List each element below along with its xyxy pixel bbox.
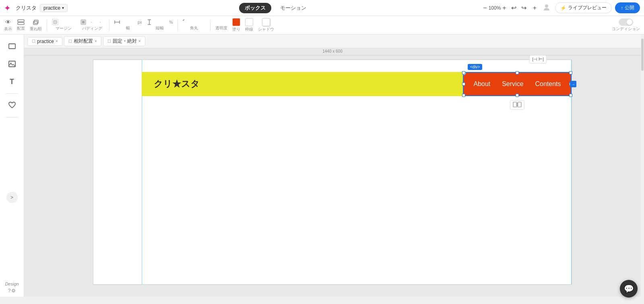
file-name-button[interactable]: practice ▾ (40, 4, 68, 12)
rectangle-tool[interactable] (4, 39, 20, 54)
opacity-control: 1 透明度 (215, 19, 227, 31)
right-scrollbar[interactable] (641, 35, 644, 297)
nav-about[interactable]: About (473, 80, 490, 88)
opacity-input[interactable]: 1 (217, 19, 226, 25)
margin-control: 0 マージン (52, 19, 75, 31)
handle-top-left[interactable] (462, 71, 465, 74)
resize-icon-below[interactable] (510, 100, 524, 110)
handle-top-right[interactable] (569, 71, 572, 74)
border-color-swatch[interactable] (245, 18, 253, 26)
close-icon[interactable]: × (56, 39, 58, 43)
zoom-area: − 100% + (483, 4, 506, 12)
chevron-right-icon: > (10, 195, 13, 200)
shadow-swatch[interactable] (262, 18, 270, 26)
height-input[interactable]: 100 (153, 19, 169, 25)
file-icon: ☐ (32, 39, 35, 43)
arrow-right-handle[interactable]: → (570, 81, 576, 87)
handle-bottom-left[interactable] (462, 94, 465, 97)
user-button[interactable] (541, 3, 552, 13)
help-button[interactable]: ? (8, 288, 11, 294)
svg-rect-1 (18, 20, 24, 22)
tab-box[interactable]: ボックス (239, 3, 271, 13)
publish-button[interactable]: ↑ 公開 (615, 2, 640, 13)
height-unit: % (169, 20, 173, 25)
file-icon-2: ☐ (68, 39, 72, 43)
shadow-control[interactable]: シャドウ (258, 18, 274, 32)
zoom-in-button[interactable]: + (502, 4, 506, 12)
radius-label: 角丸 (190, 25, 198, 31)
stack-icon (33, 19, 39, 25)
condition-control[interactable]: コンディション (612, 18, 640, 32)
layout-tool[interactable]: 配置 (17, 19, 25, 31)
width-input[interactable]: 270 (121, 19, 137, 25)
tab-relative[interactable]: ☐ 相対配置 × (64, 36, 101, 46)
width-unit: px (138, 20, 142, 25)
stack-label: 重ね順 (30, 26, 42, 32)
logo-icon: ✦ (4, 3, 11, 13)
nav-section[interactable]: <div> |⊣ ⊢| (463, 72, 572, 96)
scroll-thumb[interactable] (641, 39, 644, 71)
close-icon-3[interactable]: × (138, 39, 141, 43)
svg-rect-16 (9, 61, 15, 67)
canvas-viewport[interactable]: クリ★スタ <div> |⊣ (93, 60, 572, 285)
settings-button[interactable]: ⚙ (11, 288, 16, 294)
zoom-value: 100% (489, 5, 501, 11)
handle-bottom-middle[interactable] (516, 94, 519, 97)
radius-input[interactable]: 0 (189, 19, 205, 25)
tab-practice-label: practice (37, 39, 54, 44)
undo-button[interactable]: ↩ (510, 3, 518, 12)
stack-tool[interactable]: 重ね順 (30, 19, 42, 32)
align-left-icon: |⊣ (532, 57, 537, 62)
publish-label: 公開 (625, 4, 634, 11)
handle-middle-left[interactable] (462, 82, 465, 86)
handle-bottom-right[interactable] (569, 94, 572, 97)
tab-fixed[interactable]: ☐ 固定・絶対 × (103, 36, 145, 46)
separator-4 (210, 20, 211, 31)
topbar: ✦ クリスタ practice ▾ ボックス モーション − 100% + ↩ … (0, 0, 644, 16)
svg-rect-2 (18, 23, 24, 25)
condition-label: コンディション (612, 26, 640, 32)
padding-icon (80, 19, 87, 25)
border-control[interactable]: 枠線 (245, 18, 253, 32)
align-icon-above[interactable]: |⊣ ⊢| (529, 55, 547, 64)
zoom-out-button[interactable]: − (483, 4, 487, 12)
view-tool[interactable]: 👁 表示 (4, 19, 12, 32)
view-label: 表示 (4, 26, 12, 32)
nav-service[interactable]: Service (502, 80, 523, 88)
rectangle-icon (8, 42, 16, 50)
heart-tool[interactable] (4, 98, 20, 113)
text-tool[interactable]: T (4, 74, 20, 89)
height-control: 100 % 縦幅 (147, 19, 173, 31)
condition-toggle[interactable] (619, 18, 633, 26)
left-sidebar: T > Design ? ⚙ (0, 35, 24, 297)
image-tool[interactable] (4, 56, 20, 72)
fill-label: 塗り (232, 27, 240, 32)
layout-label: 配置 (17, 26, 25, 31)
margin-input[interactable]: 0 (59, 19, 75, 25)
logo-section[interactable]: クリ★スタ (142, 72, 463, 96)
chat-button[interactable]: 💬 (620, 280, 638, 298)
live-preview-button[interactable]: ⚡ ライブプレビュー (555, 2, 612, 13)
tab-fixed-label: 固定・絶対 (113, 38, 137, 45)
fill-control[interactable]: 塗り (232, 18, 240, 32)
sidebar-collapse-button[interactable]: > (6, 192, 18, 203)
svg-rect-21 (518, 102, 521, 107)
nav-contents[interactable]: Contents (535, 80, 561, 88)
resize-svg-icon (513, 102, 522, 107)
canvas-area: ☐ practice × ☐ 相対配置 × ☐ 固定・絶対 × 1440 x 6… (24, 35, 641, 297)
svg-rect-6 (54, 21, 57, 24)
height-label: 縦幅 (156, 25, 164, 31)
add-button[interactable]: + (531, 4, 538, 12)
text-icon: T (10, 78, 14, 86)
design-text: Design (5, 281, 19, 286)
handle-top-middle[interactable] (516, 71, 519, 74)
close-icon-2[interactable]: × (95, 39, 97, 43)
redo-button[interactable]: ↪ (520, 3, 528, 12)
tab-practice[interactable]: ☐ practice × (27, 37, 62, 46)
separator-3 (178, 20, 178, 31)
fill-color-swatch[interactable] (232, 18, 240, 26)
canvas-tabs: ☐ practice × ☐ 相対配置 × ☐ 固定・絶対 × (24, 35, 641, 48)
tab-motion[interactable]: モーション (275, 3, 312, 13)
svg-rect-15 (9, 44, 15, 49)
properties-bar: 👁 表示 配置 重ね順 0 マージン · · パディング (0, 16, 644, 35)
